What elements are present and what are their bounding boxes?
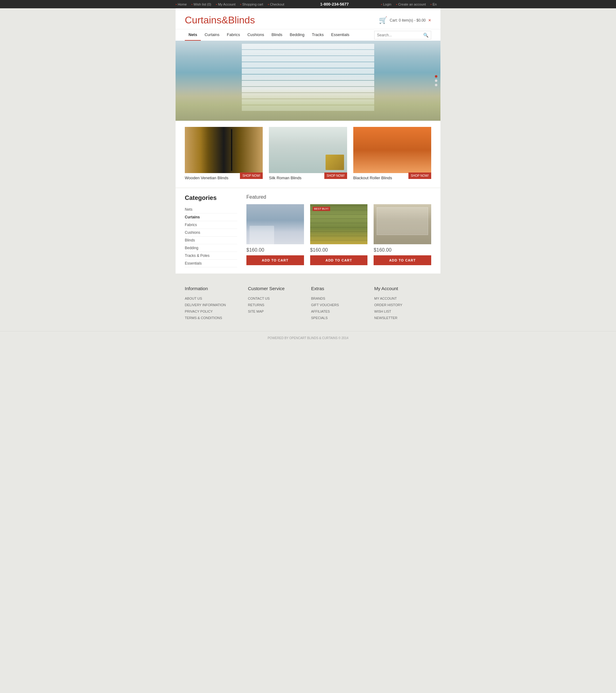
top-bar-left: Home Wish list (0) My Account Shopping c… bbox=[176, 2, 288, 6]
product-item-2: BEST BUY! $160.00 ADD TO CART bbox=[310, 204, 368, 265]
topbar-lang-link[interactable]: En bbox=[431, 2, 437, 6]
topbar-login-link[interactable]: Login bbox=[381, 2, 392, 6]
footer-brands[interactable]: BRANDS bbox=[311, 297, 325, 300]
footer-extras-title: Extras bbox=[311, 286, 368, 291]
footer-copyright: POWERED BY OPENCART BLINDS & CURTAINS © … bbox=[267, 336, 349, 340]
hero-banner bbox=[176, 41, 440, 121]
product-price-1: $160.00 bbox=[246, 247, 304, 253]
footer-about-us[interactable]: ABOUT US bbox=[185, 297, 202, 300]
footer-my-account-title: My Account bbox=[374, 286, 431, 291]
venetian-image bbox=[185, 127, 263, 173]
cat-essentials[interactable]: Essentials bbox=[185, 260, 237, 268]
footer-gift-vouchers[interactable]: GIFT VOUCHERS bbox=[311, 303, 339, 307]
main-wrapper: Curtains&Blinds 🛒 Cart: 0 item(s) - $0.0… bbox=[176, 8, 440, 274]
top-bar: Home Wish list (0) My Account Shopping c… bbox=[0, 0, 616, 8]
featured-products: Featured $160.00 ADD TO CART BEST BUY! bbox=[246, 194, 431, 268]
product-image-3 bbox=[374, 204, 431, 244]
product-price-2: $160.00 bbox=[310, 247, 368, 253]
blackout-shop-now[interactable]: SHOP NOW! bbox=[409, 173, 431, 179]
category-list: Nets Curtains Fabrics Cushions Blinds Be… bbox=[185, 206, 237, 268]
topbar-account-link[interactable]: My Account bbox=[216, 2, 236, 6]
logo-text1: Curtains bbox=[185, 15, 221, 25]
category-showcase: Wooden Venetian Blinds SHOP NOW! Silk Ro… bbox=[176, 121, 440, 187]
footer-specials[interactable]: SPECIALS bbox=[311, 316, 328, 320]
topbar-home-link[interactable]: Home bbox=[176, 2, 187, 6]
hero-scene bbox=[176, 41, 440, 121]
roman-image bbox=[269, 127, 347, 173]
search-button[interactable]: 🔍 bbox=[421, 31, 431, 39]
content-section: Categories Nets Curtains Fabrics Cushion… bbox=[176, 188, 440, 274]
footer-customer-service-links: CONTACT US RETURNS SITE MAP bbox=[248, 296, 305, 314]
add-to-cart-2[interactable]: ADD TO CART bbox=[310, 255, 368, 265]
cat-curtains[interactable]: Curtains bbox=[185, 214, 237, 221]
nav-blinds[interactable]: Blinds bbox=[267, 29, 286, 41]
hero-dot-2[interactable] bbox=[435, 79, 437, 82]
categories-sidebar: Categories Nets Curtains Fabrics Cushion… bbox=[185, 194, 237, 268]
hero-dot-3[interactable] bbox=[435, 84, 437, 86]
footer-privacy[interactable]: PRIVACY POLICY bbox=[185, 310, 213, 313]
nav-curtains[interactable]: Curtains bbox=[201, 29, 223, 41]
logo-ampersand: & bbox=[221, 15, 228, 25]
product-image-1 bbox=[246, 204, 304, 244]
footer-delivery[interactable]: DELIVERY INFORMATION bbox=[185, 303, 226, 307]
footer-extras-links: BRANDS GIFT VOUCHERS AFFILIATES SPECIALS bbox=[311, 296, 368, 320]
showcase-roman: Silk Roman Blinds SHOP NOW! bbox=[269, 127, 347, 181]
footer-wish-list[interactable]: WISH LIST bbox=[374, 310, 391, 313]
categories-title: Categories bbox=[185, 194, 237, 201]
topbar-wishlist-link[interactable]: Wish list (0) bbox=[191, 2, 211, 6]
topbar-checkout-link[interactable]: Checkout bbox=[267, 2, 284, 6]
nav-tracks[interactable]: Tracks bbox=[308, 29, 328, 41]
topbar-create-account-link[interactable]: Create an account bbox=[396, 2, 426, 6]
footer-my-account-link[interactable]: MY ACCOUNT bbox=[374, 297, 397, 300]
footer-information: Information ABOUT US DELIVERY INFORMATIO… bbox=[185, 286, 242, 322]
product-item-1: $160.00 ADD TO CART bbox=[246, 204, 304, 265]
cat-bedding[interactable]: Bedding bbox=[185, 244, 237, 252]
hero-dot-1[interactable] bbox=[435, 75, 437, 78]
cat-cushions[interactable]: Cushions bbox=[185, 229, 237, 237]
nav-bedding[interactable]: Bedding bbox=[286, 29, 308, 41]
footer-bottom: POWERED BY OPENCART BLINDS & CURTAINS © … bbox=[0, 331, 616, 340]
footer-newsletter[interactable]: NEWSLETTER bbox=[374, 316, 397, 320]
footer-information-links: ABOUT US DELIVERY INFORMATION PRIVACY PO… bbox=[185, 296, 242, 320]
cat-nets[interactable]: Nets bbox=[185, 206, 237, 214]
nav-search: 🔍 bbox=[374, 31, 431, 39]
product-item-3: $160.00 ADD TO CART bbox=[374, 204, 431, 265]
hero-image bbox=[176, 41, 440, 121]
footer-my-account: My Account MY ACCOUNT ORDER HISTORY WISH… bbox=[374, 286, 431, 322]
footer-information-title: Information bbox=[185, 286, 242, 291]
cart-icon: 🛒 bbox=[379, 16, 387, 24]
featured-title: Featured bbox=[246, 194, 431, 200]
top-bar-right: Login Create an account En bbox=[381, 2, 440, 6]
cart-area[interactable]: 🛒 Cart: 0 item(s) - $0.00 ✕ bbox=[379, 16, 431, 24]
blackout-image bbox=[353, 127, 431, 173]
footer-returns[interactable]: RETURNS bbox=[248, 303, 264, 307]
cart-remove-icon[interactable]: ✕ bbox=[428, 18, 431, 22]
topbar-cart-link[interactable]: Shopping cart bbox=[240, 2, 263, 6]
content-inner: Categories Nets Curtains Fabrics Cushion… bbox=[185, 194, 431, 268]
topbar-phone: 1-800-234-5677 bbox=[320, 2, 349, 6]
cat-tracks-poles[interactable]: Tracks & Poles bbox=[185, 252, 237, 260]
add-to-cart-1[interactable]: ADD TO CART bbox=[246, 255, 304, 265]
logo[interactable]: Curtains&Blinds bbox=[185, 15, 255, 26]
footer-site-map[interactable]: SITE MAP bbox=[248, 310, 264, 313]
search-input[interactable] bbox=[375, 32, 421, 39]
footer-terms[interactable]: TERMS & CONDITIONS bbox=[185, 316, 222, 320]
footer-order-history[interactable]: ORDER HISTORY bbox=[374, 303, 402, 307]
nav-links: Nets Curtains Fabrics Cushions Blinds Be… bbox=[185, 29, 353, 41]
cat-fabrics[interactable]: Fabrics bbox=[185, 221, 237, 229]
footer: Information ABOUT US DELIVERY INFORMATIO… bbox=[0, 274, 616, 346]
cat-blinds[interactable]: Blinds bbox=[185, 237, 237, 244]
showcase-blackout: Blackout Roller Blinds SHOP NOW! bbox=[353, 127, 431, 181]
footer-affiliates[interactable]: AFFILIATES bbox=[311, 310, 330, 313]
add-to-cart-3[interactable]: ADD TO CART bbox=[374, 255, 431, 265]
nav-cushions[interactable]: Cushions bbox=[244, 29, 267, 41]
products-grid: $160.00 ADD TO CART BEST BUY! $160.00 AD… bbox=[246, 204, 431, 265]
roman-shop-now[interactable]: SHOP NOW! bbox=[324, 173, 347, 179]
nav-essentials[interactable]: Essentials bbox=[327, 29, 353, 41]
venetian-shop-now[interactable]: SHOP NOW! bbox=[240, 173, 263, 179]
nav-fabrics[interactable]: Fabrics bbox=[223, 29, 244, 41]
product-price-3: $160.00 bbox=[374, 247, 431, 253]
nav-nets[interactable]: Nets bbox=[185, 29, 201, 41]
hero-dots bbox=[435, 75, 437, 86]
footer-contact-us[interactable]: CONTACT US bbox=[248, 297, 270, 300]
